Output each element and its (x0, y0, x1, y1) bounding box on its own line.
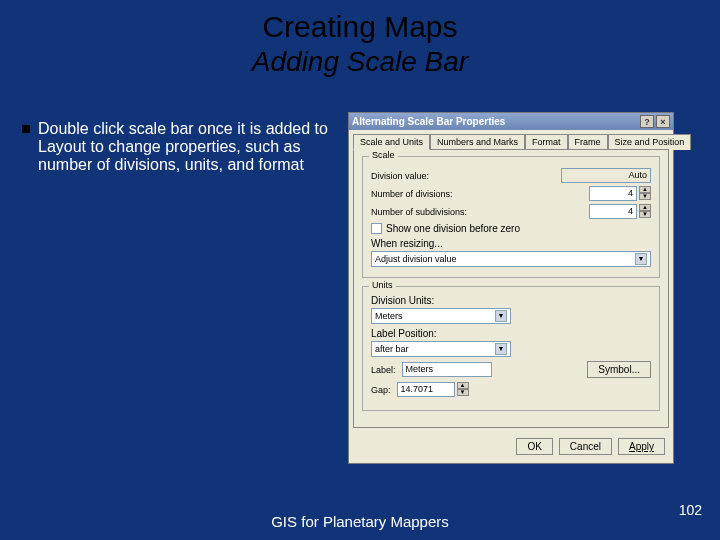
gap-label: Gap: (371, 385, 391, 395)
bullet-list: Double click scale bar once it is added … (22, 120, 332, 174)
dialog-buttons: OK Cancel Apply (349, 432, 673, 463)
page-number: 102 (679, 502, 702, 518)
num-subdivisions-spinner[interactable]: ▲▼ (639, 204, 651, 219)
tab-size-position[interactable]: Size and Position (608, 134, 692, 150)
units-group-label: Units (369, 280, 396, 290)
gap-spinner[interactable]: ▲▼ (457, 382, 469, 397)
when-resizing-select[interactable]: Adjust division value ▼ (371, 251, 651, 267)
dialog-title: Alternating Scale Bar Properties (352, 116, 505, 127)
division-units-label: Division Units: (371, 295, 434, 306)
tab-panel-scale-units: Scale Division value: Auto Number of div… (353, 149, 669, 428)
num-divisions-field[interactable]: 4 (589, 186, 637, 201)
dialog-titlebar[interactable]: Alternating Scale Bar Properties ? × (349, 113, 673, 130)
division-units-value: Meters (375, 311, 403, 321)
help-button[interactable]: ? (640, 115, 654, 128)
chevron-down-icon: ▼ (495, 343, 507, 355)
checkbox-box[interactable] (371, 223, 382, 234)
num-subdivisions-field[interactable]: 4 (589, 204, 637, 219)
cancel-button[interactable]: Cancel (559, 438, 612, 455)
tab-numbers-marks[interactable]: Numbers and Marks (430, 134, 525, 150)
scale-group: Scale Division value: Auto Number of div… (362, 156, 660, 278)
apply-button[interactable]: Apply (618, 438, 665, 455)
division-units-select[interactable]: Meters ▼ (371, 308, 511, 324)
slide-title-1: Creating Maps (0, 10, 720, 44)
gap-field[interactable]: 14.7071 (397, 382, 455, 397)
label-position-label: Label Position: (371, 328, 437, 339)
scale-group-label: Scale (369, 150, 398, 160)
ok-button[interactable]: OK (516, 438, 552, 455)
show-before-zero-label: Show one division before zero (386, 223, 520, 234)
chevron-down-icon: ▼ (635, 253, 647, 265)
num-subdivisions-label: Number of subdivisions: (371, 207, 467, 217)
tab-format[interactable]: Format (525, 134, 568, 150)
units-group: Units Division Units: Meters ▼ Label Pos… (362, 286, 660, 411)
label-field-label: Label: (371, 365, 396, 375)
chevron-down-icon: ▼ (495, 310, 507, 322)
division-value-label: Division value: (371, 171, 429, 181)
label-field[interactable]: Meters (402, 362, 492, 377)
show-before-zero-checkbox[interactable]: Show one division before zero (371, 223, 651, 234)
when-resizing-value: Adjust division value (375, 254, 457, 264)
slide-title-2: Adding Scale Bar (0, 46, 720, 78)
when-resizing-label: When resizing... (371, 238, 443, 249)
num-divisions-spinner[interactable]: ▲▼ (639, 186, 651, 201)
num-divisions-label: Number of divisions: (371, 189, 453, 199)
close-button[interactable]: × (656, 115, 670, 128)
tabs: Scale and Units Numbers and Marks Format… (349, 130, 673, 149)
slide-footer: GIS for Planetary Mappers (0, 513, 720, 530)
bullet-marker (22, 125, 30, 133)
division-value-field: Auto (561, 168, 651, 183)
properties-dialog: Alternating Scale Bar Properties ? × Sca… (348, 112, 674, 464)
symbol-button[interactable]: Symbol... (587, 361, 651, 378)
bullet-text: Double click scale bar once it is added … (38, 120, 332, 174)
label-position-value: after bar (375, 344, 409, 354)
tab-scale-units[interactable]: Scale and Units (353, 134, 430, 150)
tab-frame[interactable]: Frame (568, 134, 608, 150)
label-position-select[interactable]: after bar ▼ (371, 341, 511, 357)
